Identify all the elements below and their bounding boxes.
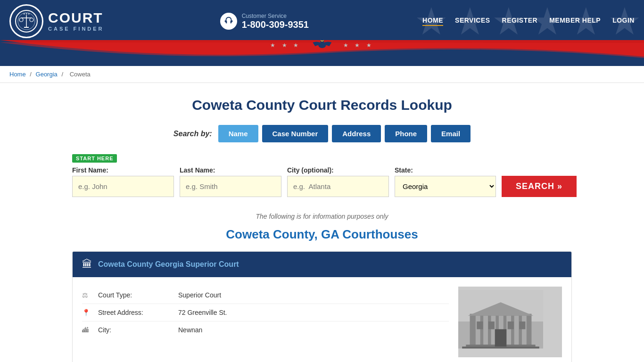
city-label: City (optional):	[287, 166, 389, 174]
tab-phone[interactable]: Phone	[385, 125, 427, 142]
svg-rect-24	[488, 321, 495, 329]
search-form-area: START HERE First Name: Last Name: City (…	[72, 149, 572, 204]
svg-point-4	[19, 18, 23, 22]
city-icon: 🏙	[82, 326, 93, 334]
eagle-center: ★ ★ ★ ★ ★ ★	[270, 37, 373, 53]
logo-text-area: COURT CASE FINDER	[48, 11, 104, 32]
first-name-label: First Name:	[72, 166, 174, 174]
address-label: Street Address:	[98, 309, 173, 316]
svg-rect-13	[483, 316, 488, 345]
svg-rect-18	[522, 316, 527, 345]
nav-register[interactable]: REGISTER	[502, 16, 538, 26]
customer-service-info: Customer Service 1-800-309-9351	[242, 13, 309, 30]
tab-case-number[interactable]: Case Number	[262, 125, 329, 142]
courthouse-header: 🏛 Coweta County Georgia Superior Court	[73, 252, 571, 277]
courthouse-image	[458, 287, 562, 357]
page-title: Coweta County Court Records Lookup	[72, 97, 572, 113]
court-type-value: Superior Court	[178, 291, 221, 299]
svg-rect-12	[476, 316, 480, 345]
eagle-stars-right: ★ ★ ★	[343, 42, 374, 49]
wave-area: ★ ★ ★ ★ ★ ★	[0, 42, 644, 66]
address-pin-icon: 📍	[82, 309, 93, 316]
svg-rect-22	[495, 329, 507, 346]
main-content: Coweta County Court Records Lookup Searc…	[63, 83, 581, 362]
state-group: State: Georgia	[395, 166, 496, 197]
courthouse-building-svg	[458, 287, 543, 353]
svg-rect-25	[508, 321, 514, 329]
city-input[interactable]	[287, 176, 389, 197]
courthouse-card: 🏛 Coweta County Georgia Superior Court ⚖…	[72, 251, 572, 362]
svg-rect-16	[506, 316, 511, 345]
state-label: State:	[395, 166, 496, 174]
breadcrumb-sep-2: /	[61, 71, 65, 78]
last-name-label: Last Name:	[180, 166, 281, 174]
logo-circle: ★ ★ ★	[9, 4, 43, 38]
courthouses-title: Coweta County, GA Courthouses	[72, 227, 572, 242]
breadcrumb-sep-1: /	[30, 71, 33, 78]
search-by-label: Search by:	[173, 130, 212, 138]
customer-service-number: 1-800-309-9351	[242, 19, 309, 30]
logo-case-finder-text: CASE FINDER	[48, 26, 104, 32]
svg-rect-26	[519, 321, 525, 329]
svg-point-5	[30, 18, 33, 22]
logo-area: ★ ★ ★ COURT CASE FINDER	[9, 4, 104, 38]
city-value: Newnan	[178, 326, 202, 334]
nav-home[interactable]: HOME	[422, 16, 443, 26]
nav-login[interactable]: LOGIN	[612, 16, 635, 26]
courthouse-building-icon: 🏛	[82, 258, 92, 271]
info-note: The following is for information purpose…	[72, 213, 572, 220]
detail-row-court-type: ⚖ Court Type: Superior Court	[82, 287, 449, 304]
customer-service-icon	[220, 13, 237, 30]
search-button[interactable]: SEARCH »	[502, 176, 577, 197]
breadcrumb-home[interactable]: Home	[9, 71, 26, 78]
logo-court-text: COURT	[48, 11, 104, 25]
tab-name[interactable]: Name	[218, 125, 258, 142]
tab-address[interactable]: Address	[332, 125, 381, 142]
svg-rect-17	[514, 316, 519, 345]
breadcrumb: Home / Georgia / Coweta	[0, 66, 644, 83]
search-by-row: Search by: Name Case Number Address Phon…	[72, 125, 572, 142]
breadcrumb-coweta: Coweta	[70, 71, 91, 78]
court-type-icon: ⚖	[82, 291, 93, 299]
address-value: 72 Greenville St.	[178, 309, 227, 316]
main-nav: HOME SERVICES REGISTER MEMBER HELP LOGIN	[411, 16, 635, 26]
court-type-label: Court Type:	[98, 291, 173, 299]
courthouse-title-link[interactable]: Coweta County Georgia Superior Court	[98, 260, 239, 269]
form-row: First Name: Last Name: City (optional): …	[72, 166, 572, 197]
first-name-input[interactable]	[72, 176, 174, 197]
nav-services[interactable]: SERVICES	[455, 16, 490, 26]
customer-service-label: Customer Service	[242, 13, 309, 19]
last-name-group: Last Name:	[180, 166, 281, 197]
state-select[interactable]: Georgia	[395, 176, 496, 197]
logo-emblem-icon: ★ ★ ★	[15, 9, 38, 33]
tab-email[interactable]: Email	[431, 125, 471, 142]
svg-rect-23	[477, 321, 483, 329]
start-here-badge: START HERE	[72, 154, 117, 163]
svg-rect-21	[462, 346, 539, 348]
customer-service-area: Customer Service 1-800-309-9351	[220, 13, 309, 30]
courthouse-details: ⚖ Court Type: Superior Court 📍 Street Ad…	[82, 287, 449, 357]
svg-text:★ ★ ★: ★ ★ ★	[23, 12, 31, 15]
nav-member-help[interactable]: MEMBER HELP	[549, 16, 601, 26]
detail-row-city: 🏙 City: Newnan	[82, 321, 449, 338]
eagle-icon	[310, 37, 334, 53]
breadcrumb-georgia[interactable]: Georgia	[36, 71, 58, 78]
eagle-stars-left: ★ ★ ★	[270, 42, 301, 49]
detail-row-address: 📍 Street Address: 72 Greenville St.	[82, 304, 449, 321]
city-label-detail: City:	[98, 326, 173, 334]
last-name-input[interactable]	[180, 176, 281, 197]
site-header: ★ ★ ★ ★ ★ ★ ★ ★ ★ COURT CASE FINDER	[0, 0, 644, 42]
first-name-group: First Name:	[72, 166, 174, 197]
courthouse-body: ⚖ Court Type: Superior Court 📍 Street Ad…	[73, 277, 571, 362]
city-group: City (optional):	[287, 166, 389, 197]
